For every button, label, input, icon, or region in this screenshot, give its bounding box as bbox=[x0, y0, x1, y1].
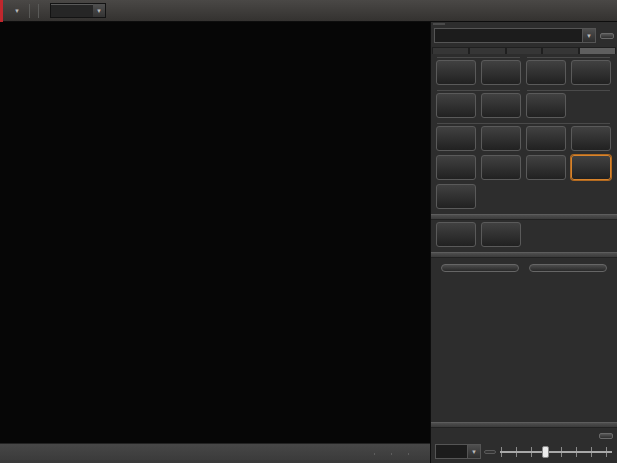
tool-c-face[interactable] bbox=[479, 126, 522, 152]
status-bar bbox=[0, 443, 430, 463]
thread-icon bbox=[571, 155, 611, 180]
slot-icon bbox=[526, 126, 566, 151]
tab-basic-features[interactable] bbox=[432, 47, 469, 54]
tool-thread[interactable] bbox=[569, 155, 612, 181]
toolbar-combobox[interactable]: ▼ bbox=[50, 3, 106, 18]
perimeter-icon bbox=[481, 155, 521, 180]
tool-line-line[interactable] bbox=[434, 222, 477, 248]
chevron-down-icon: ▼ bbox=[14, 8, 20, 14]
tool-point-position[interactable] bbox=[434, 155, 477, 181]
tab-form-tolerance[interactable] bbox=[542, 47, 579, 54]
chevron-down-icon[interactable]: ▼ bbox=[467, 445, 480, 458]
tool-slot[interactable] bbox=[524, 126, 567, 152]
tool-inner-outer-diameter[interactable] bbox=[479, 93, 522, 119]
adjust-light-button[interactable] bbox=[599, 433, 613, 439]
area-icon bbox=[526, 155, 566, 180]
light-percent bbox=[484, 450, 496, 454]
auto-search-button[interactable] bbox=[600, 33, 614, 39]
crosshair-icon bbox=[571, 126, 611, 151]
tool-edge-width[interactable] bbox=[524, 93, 567, 119]
tool-pitch-angle-circular[interactable] bbox=[569, 60, 612, 86]
pass-select[interactable]: ▼ bbox=[435, 444, 481, 459]
bolt-measurement-graphic bbox=[0, 22, 430, 443]
tool-circle-cross[interactable] bbox=[569, 126, 612, 152]
slider-thumb[interactable] bbox=[542, 446, 549, 458]
tool-corner-r[interactable] bbox=[434, 126, 477, 152]
angle-linear-icon bbox=[526, 60, 566, 85]
window-controls bbox=[558, 3, 617, 18]
tool-line-point[interactable] bbox=[479, 222, 522, 248]
feature-select-value bbox=[435, 29, 582, 42]
record-manage-button[interactable] bbox=[529, 264, 607, 272]
tab-auxiliary-tools[interactable] bbox=[469, 47, 506, 54]
axis-line-point-icon bbox=[481, 222, 521, 247]
tool-thickness[interactable] bbox=[434, 93, 477, 119]
feature-select[interactable]: ▼ bbox=[434, 28, 596, 43]
feature-manage-button[interactable] bbox=[441, 264, 519, 272]
measurement-canvas[interactable] bbox=[0, 22, 430, 443]
app-menu[interactable]: ▼ bbox=[5, 8, 25, 14]
toolbar-separator bbox=[29, 4, 30, 18]
tool-pitch-circular[interactable] bbox=[479, 60, 522, 86]
slider-track bbox=[500, 451, 612, 453]
maximize-button[interactable] bbox=[577, 3, 593, 18]
chevron-down-icon[interactable]: ▼ bbox=[582, 29, 595, 42]
tool-perimeter[interactable] bbox=[479, 155, 522, 181]
angle-unit bbox=[408, 453, 425, 455]
brand-accent bbox=[0, 0, 3, 22]
chevron-down-icon[interactable]: ▼ bbox=[93, 4, 105, 17]
edge-width-icon bbox=[526, 93, 566, 118]
inner-outer-diameter-icon bbox=[481, 93, 521, 118]
tool-panel: ▼ bbox=[430, 22, 617, 463]
panel-title bbox=[433, 23, 445, 25]
light-slider[interactable] bbox=[499, 444, 613, 459]
annotation-unit bbox=[374, 453, 391, 455]
chamfer-icon bbox=[481, 126, 521, 151]
length-unit bbox=[391, 453, 408, 455]
app-window: ▼ ▼ ▼ bbox=[0, 0, 617, 463]
tool-tabs bbox=[432, 47, 616, 54]
tool-area[interactable] bbox=[524, 155, 567, 181]
thread-circular-icon bbox=[481, 60, 521, 85]
angle-circular-icon bbox=[571, 60, 611, 85]
tool-pitch-angle-linear[interactable] bbox=[524, 60, 567, 86]
title-bar: ▼ ▼ bbox=[0, 0, 617, 22]
search-row: ▼ bbox=[431, 26, 617, 45]
toolbar-separator bbox=[38, 4, 39, 18]
point-position-icon bbox=[436, 155, 476, 180]
auto-measure-icon bbox=[436, 184, 476, 209]
tool-auto-measure[interactable] bbox=[434, 184, 477, 210]
axis-line-line-icon bbox=[436, 222, 476, 247]
tab-application-tools[interactable] bbox=[579, 47, 616, 54]
thread-linear-icon bbox=[436, 60, 476, 85]
tab-annotation-tools[interactable] bbox=[506, 47, 543, 54]
tool-pitch-linear[interactable] bbox=[434, 60, 477, 86]
thickness-icon bbox=[436, 93, 476, 118]
close-button[interactable] bbox=[596, 3, 612, 18]
pass-select-value bbox=[436, 445, 467, 458]
corner-r-icon bbox=[436, 126, 476, 151]
minimize-button[interactable] bbox=[558, 3, 574, 18]
